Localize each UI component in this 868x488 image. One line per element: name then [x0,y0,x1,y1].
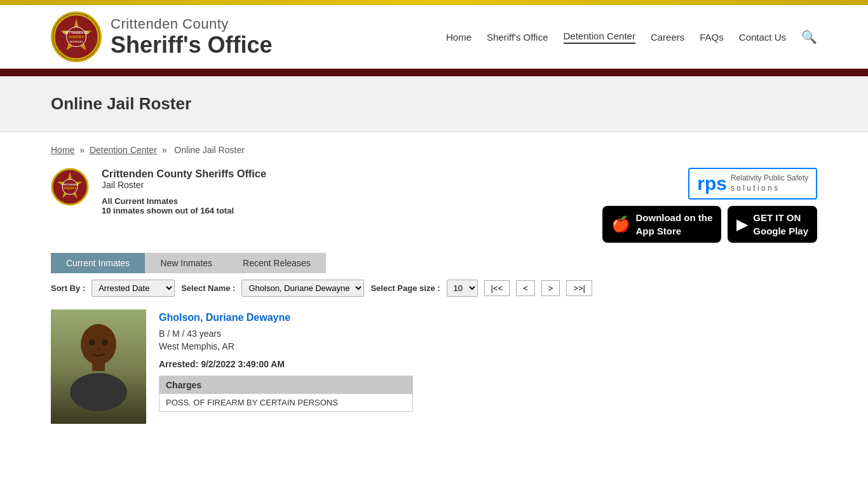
sort-by-select[interactable]: Arrested Date Name Booking Number [92,280,175,297]
app-buttons: 🍎 Download on the App Store ▶ GET IT ON … [602,206,817,243]
pagination-next-btn[interactable]: > [541,280,560,296]
roster-badge: CRITTENDEN SHERIFF [51,168,89,208]
breadcrumb-sep-1: » [79,145,87,155]
svg-text:ARKANSAS: ARKANSAS [69,40,83,43]
inmate-demographics: B / M / 43 years [159,329,817,339]
controls-bar: Sort By : Arrested Date Name Booking Num… [51,273,817,303]
select-name-label: Select Name : [181,283,235,293]
nav-faqs[interactable]: FAQs [700,32,724,43]
roster-org-name: Crittenden County Sheriffs Office [102,168,266,180]
svg-point-18 [97,346,100,351]
app-store-name: App Store [635,224,712,238]
inmate-arrested: Arrested: 9/2/2022 3:49:00 AM [159,359,817,369]
org-line2: Sheriff's Office [111,32,273,58]
nav-sheriffs-office[interactable]: Sheriff's Office [487,32,548,43]
nav-home[interactable]: Home [446,32,471,43]
tab-new-inmates[interactable]: New Inmates [145,253,227,273]
inmate-name[interactable]: Gholson, Duriane Dewayne [159,312,817,323]
charges-table: Charges POSS. OF FIREARM BY CERTAIN PERS… [159,376,413,412]
page-title-section: Online Jail Roster [0,76,868,132]
rps-tag-line2: s o l u t i o n s [731,184,808,194]
charges-header: Charges [159,376,412,394]
sort-by-label: Sort By : [51,283,85,293]
arrested-label: Arrested: [159,359,198,369]
google-play-icon: ▶ [736,215,748,233]
inmate-details: Gholson, Duriane Dewayne B / M / 43 year… [159,309,817,424]
inmate-photo [51,309,146,424]
main-nav: Home Sheriff's Office Detention Center C… [446,29,817,44]
charge-row-1: POSS. OF FIREARM BY CERTAIN PERSONS [159,394,412,411]
page-size-select[interactable]: 5 10 25 50 [447,280,478,297]
pagination-prev-btn[interactable]: < [516,280,535,296]
nav-contact-us[interactable]: Contact Us [739,32,786,43]
breadcrumb-section: Home » Detention Center » Online Jail Ro… [0,132,868,161]
breadcrumb: Home » Detention Center » Online Jail Ro… [51,145,817,155]
roster-right: rps Relativity Public Safety s o l u t i… [602,168,817,243]
google-play-button[interactable]: ▶ GET IT ON Google Play [728,206,817,243]
tabs: Current Inmates New Inmates Recent Relea… [51,253,817,273]
roster-header: CRITTENDEN SHERIFF Crittenden County She… [51,168,817,243]
nav-detention-center[interactable]: Detention Center [564,30,635,44]
breadcrumb-home[interactable]: Home [51,145,74,155]
rps-tag: Relativity Public Safety s o l u t i o n… [731,173,808,193]
app-store-text: Download on the App Store [635,211,712,238]
svg-rect-14 [92,362,105,371]
inmate-card: Gholson, Duriane Dewayne B / M / 43 year… [51,303,817,430]
site-header: CRITTENDEN CO. SHERIFF ARKANSAS Crittend… [0,5,868,69]
breadcrumb-current: Online Jail Roster [174,145,245,155]
nav-careers[interactable]: Careers [651,32,684,43]
rps-logo-text: rps [697,173,727,194]
svg-text:CRITTENDEN CO.: CRITTENDEN CO. [63,31,90,34]
svg-point-16 [89,339,95,346]
sheriff-badge-logo: CRITTENDEN CO. SHERIFF ARKANSAS [51,11,102,62]
search-icon-button[interactable]: 🔍 [801,29,817,44]
google-play-name: Google Play [753,224,808,238]
tab-current-inmates[interactable]: Current Inmates [51,253,145,273]
main-content: CRITTENDEN SHERIFF Crittenden County She… [0,161,868,456]
roster-title-block: Crittenden County Sheriffs Office Jail R… [102,168,266,215]
roster-info: CRITTENDEN SHERIFF Crittenden County She… [51,168,266,215]
app-store-button[interactable]: 🍎 Download on the App Store [602,206,721,243]
apple-icon: 🍎 [611,215,630,233]
org-name-text: Crittenden County Sheriff's Office [111,16,273,58]
breadcrumb-sep-2: » [162,145,170,155]
page-title: Online Jail Roster [51,94,817,114]
svg-point-13 [81,324,116,365]
google-play-pre: GET IT ON [753,211,808,224]
arrested-date: 9/2/2022 3:49:00 AM [201,359,285,369]
org-line1: Crittenden County [111,16,273,32]
rps-logo: rps Relativity Public Safety s o l u t i… [688,168,817,200]
pagination-last-btn[interactable]: >>| [566,280,592,296]
top-gold-bar [0,0,868,5]
logo-area: CRITTENDEN CO. SHERIFF ARKANSAS Crittend… [51,11,273,62]
svg-point-17 [102,339,108,346]
dark-red-bar [0,69,868,76]
app-store-pre: Download on the [635,211,712,224]
google-play-text: GET IT ON Google Play [753,211,808,238]
pagination-first-btn[interactable]: |<< [484,280,510,296]
inmate-location: West Memphis, AR [159,341,817,351]
svg-text:SHERIFF: SHERIFF [69,35,85,39]
roster-count-line2: 10 inmates shown out of 164 total [102,206,266,215]
breadcrumb-detention[interactable]: Detention Center [90,145,157,155]
rps-tag-line1: Relativity Public Safety [731,173,808,184]
svg-text:SHERIFF: SHERIFF [63,186,76,190]
select-name-dropdown[interactable]: Gholson, Duriane Dewayne [241,280,364,297]
roster-count-line1: All Current Inmates [102,196,266,206]
svg-point-15 [70,373,127,411]
tab-recent-releases[interactable]: Recent Releases [227,253,326,273]
page-size-label: Select Page size : [370,283,440,293]
roster-subtitle: Jail Roster [102,180,266,190]
roster-counts: All Current Inmates 10 inmates shown out… [102,196,266,215]
